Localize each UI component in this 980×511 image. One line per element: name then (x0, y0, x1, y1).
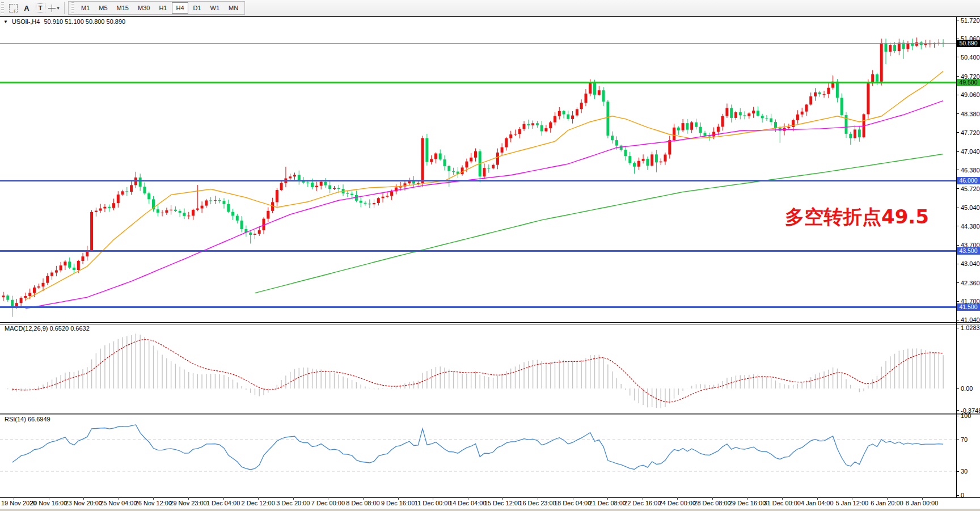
time-tick (607, 497, 608, 500)
price-axis-label: 49.060 (961, 91, 980, 98)
macd-canvas[interactable] (0, 324, 956, 413)
time-axis-label: 26 Nov 12:00 (135, 500, 172, 506)
time-axis-label: 11 Dec 00:00 (415, 500, 451, 506)
time-axis-label: 6 Jan 20:00 (871, 500, 903, 506)
price-tag-49.500: 49.500 (957, 79, 980, 86)
rsi-tick-dash (957, 416, 959, 416)
timeframe-button-W1[interactable]: W1 (206, 2, 224, 14)
rsi-indicator-label: RSI(14) 66.6949 (5, 416, 50, 423)
timeframe-button-MN[interactable]: MN (225, 2, 242, 14)
time-axis-label: 5 Jan 12:00 (836, 500, 869, 506)
macd-histogram (3, 333, 943, 408)
crosshair-icon (48, 5, 56, 12)
price-tick-dash (957, 301, 959, 302)
time-axis-label: 16 Dec 23:00 (519, 500, 556, 506)
pane-splitter-main-macd[interactable] (0, 322, 980, 323)
macd-axis-label: 0.00 (961, 385, 973, 392)
rsi-line (12, 425, 944, 470)
time-axis-label: 20 Nov 16:00 (30, 500, 67, 506)
price-axis-label: 41.040 (961, 316, 980, 323)
price-axis-border (956, 17, 957, 497)
time-axis-label: 8 Jan 00:00 (906, 500, 939, 506)
time-tick (852, 497, 852, 500)
price-tick-dash (957, 282, 959, 283)
timeframe-button-M30[interactable]: M30 (134, 2, 154, 14)
price-axis-label: 48.380 (961, 111, 980, 117)
macd-axis-label: 1.0283 (961, 324, 980, 331)
toolbar-separator (64, 2, 65, 14)
toolbar: F A T ▾ M1M5M15M30H1H4D1W1MN (0, 0, 980, 16)
price-axis-label: 47.040 (961, 148, 980, 155)
rsi-tick-dash (957, 471, 959, 472)
time-tick (119, 497, 119, 500)
price-tick-dash (957, 113, 959, 114)
price-tag-41.500: 41.500 (957, 303, 980, 311)
time-axis-label: 22 Dec 16:00 (624, 500, 661, 506)
price-axis-label: 45.720 (961, 185, 980, 192)
timeframe-button-H4[interactable]: H4 (172, 2, 188, 14)
time-axis-label: 15 Dec 12:00 (484, 500, 521, 506)
time-tick (712, 497, 713, 500)
timeframe-button-M1[interactable]: M1 (77, 2, 94, 14)
time-tick (747, 497, 748, 500)
price-axis-label: 47.720 (961, 129, 980, 136)
time-tick (643, 497, 643, 500)
chart-annotation-text[interactable]: 多空转折点49.5 (785, 204, 929, 230)
time-axis-label: 3 Dec 20:00 (276, 500, 310, 506)
text-box-icon[interactable]: T (35, 2, 46, 14)
time-tick (328, 497, 328, 500)
time-axis-label: 25 Nov 04:00 (100, 500, 137, 506)
time-axis-label: 4 Jan 04:00 (801, 500, 834, 506)
rsi-axis-label: 100 (961, 412, 971, 419)
time-tick (293, 497, 294, 500)
rsi-canvas[interactable] (0, 415, 956, 497)
candlesticks (2, 37, 945, 317)
chart-symbol-title: ▼ USOil-,H4 50.910 51.100 50.800 50.890 (3, 18, 125, 25)
price-tick-dash (957, 245, 959, 246)
cursor-mode-icon[interactable]: ▾ (48, 2, 60, 14)
price-tick-dash (957, 208, 959, 208)
time-axis-label: 14 Dec 04:00 (449, 500, 486, 506)
time-axis-label: 21 Dec 08:00 (589, 500, 626, 506)
price-tick-dash (957, 39, 959, 39)
time-axis-label: 24 Dec 00:00 (659, 500, 696, 506)
macd-indicator-label: MACD(12,26,9) 0.6520 0.6632 (5, 325, 90, 332)
price-axis-label: 43.040 (961, 260, 980, 267)
timeframe-button-D1[interactable]: D1 (189, 2, 205, 14)
time-tick (153, 497, 154, 500)
time-tick (922, 497, 923, 500)
mt4-chart-window: F A T ▾ M1M5M15M30H1H4D1W1MN ▼ USOil-,H4… (0, 0, 980, 511)
time-tick (223, 497, 224, 500)
time-axis-label: 8 Dec 08:00 (346, 500, 379, 506)
price-tick-dash (957, 95, 959, 95)
time-axis-label: 31 Dec 00:00 (763, 500, 800, 506)
time-axis-label: 9 Dec 16:00 (381, 500, 415, 506)
symbol-dropdown-icon[interactable]: ▼ (3, 18, 8, 25)
rsi-tick-dash (957, 440, 959, 440)
time-tick (49, 497, 49, 500)
pane-splitter-macd-rsi[interactable] (0, 413, 980, 413)
time-tick (14, 497, 14, 500)
selection-box-icon[interactable]: F (7, 2, 19, 14)
price-tick-dash (957, 20, 959, 20)
time-tick (887, 497, 888, 500)
price-tick-dash (957, 132, 959, 133)
main-chart-canvas[interactable] (0, 17, 956, 322)
time-tick (363, 497, 364, 500)
time-axis-label: 1 Dec 04:00 (206, 500, 240, 506)
time-tick (677, 497, 678, 500)
time-axis-label: 29 Dec 16:00 (729, 500, 766, 506)
text-label-icon[interactable]: A (21, 2, 32, 14)
timeframe-gripper[interactable] (71, 2, 74, 14)
toolbar-gripper[interactable] (1, 2, 4, 14)
rsi-tick-dash (957, 495, 959, 496)
timeframe-button-M5[interactable]: M5 (95, 2, 111, 14)
timeframe-button-M15[interactable]: M15 (113, 2, 133, 14)
time-axis-label: 28 Dec 08:00 (694, 500, 730, 506)
dropdown-caret-icon: ▾ (57, 6, 59, 11)
price-axis-label: 44.380 (961, 223, 980, 230)
time-tick (538, 497, 538, 500)
symbol-label: USOil-,H4 (12, 18, 40, 25)
timeframe-button-H1[interactable]: H1 (155, 2, 171, 14)
time-axis-label: 2 Dec 12:00 (242, 500, 275, 506)
